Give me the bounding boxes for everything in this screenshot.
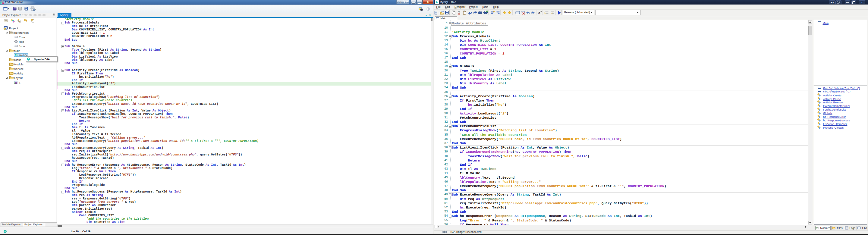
svg-text:A: A	[16, 54, 17, 56]
svg-text:A: A	[538, 11, 540, 14]
